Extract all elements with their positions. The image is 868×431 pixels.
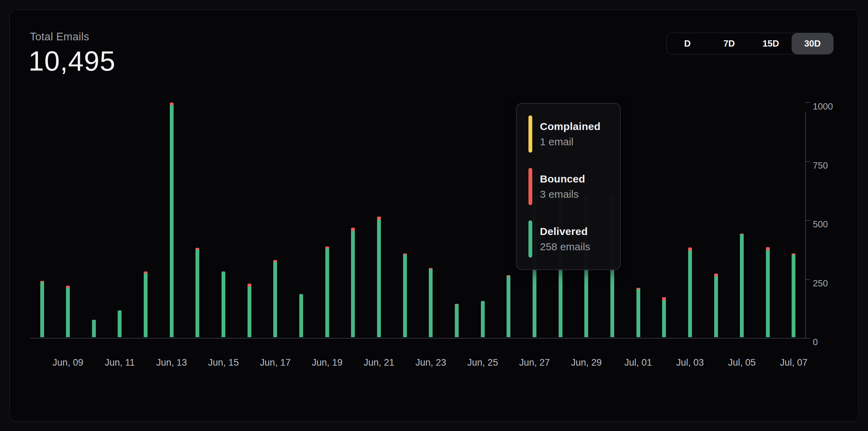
x-tick-label: Jun, 17 [248,357,303,368]
y-tick-label: 500 [813,219,844,230]
bar-segment-bounced [351,228,355,231]
bar-segment-bounced [714,274,718,276]
chart-tooltip: Complained 1 email Bounced 3 emails Deli… [516,103,621,270]
chart-bar[interactable] [351,228,355,337]
x-tick-label: Jun, 11 [92,357,148,368]
bar-segment-bounced [248,284,251,286]
bar-segment-delivered [222,271,225,337]
chart-bar[interactable] [92,320,96,337]
x-axis-line [30,338,806,339]
x-tick-label: Jun, 23 [403,357,459,368]
x-tick-label: Jun, 09 [40,357,96,368]
bar-segment-delivered [429,269,433,337]
y-tick-mark [805,220,810,221]
x-tick-label: Jul, 07 [766,357,821,368]
bar-segment-delivered [248,286,251,337]
bar-segment-delivered [507,276,510,337]
chart-bar[interactable] [273,260,277,337]
y-axis-line [805,112,806,338]
emails-bar-chart: 02505007501000Jun, 09Jun, 11Jun, 13Jun, … [10,10,858,421]
y-tick-mark [805,338,810,339]
tooltip-row-complained: Complained 1 email [528,115,608,153]
tooltip-row-bounced: Bounced 3 emails [528,168,608,205]
y-tick-label: 1000 [813,101,844,112]
bar-segment-bounced [688,247,692,251]
chart-bar[interactable] [248,284,251,337]
chart-bar[interactable] [299,294,303,337]
bar-segment-bounced [662,297,666,300]
x-tick-label: Jul, 01 [610,357,666,368]
chart-bar[interactable] [662,297,666,337]
y-tick-label: 0 [813,337,844,348]
chart-bar[interactable] [714,274,718,337]
chart-bar[interactable] [429,268,433,337]
tooltip-value: 258 emails [540,241,590,253]
analytics-card: Total Emails 10,495 D 7D 15D 30D 0250500… [9,9,859,422]
chart-bar[interactable] [195,248,199,337]
chart-bar[interactable] [688,247,692,337]
bar-segment-delivered [481,301,485,337]
bar-segment-delivered [195,250,199,337]
chart-bar[interactable] [403,253,407,337]
chart-bar[interactable] [740,234,744,337]
chart-bar[interactable] [481,301,485,337]
x-tick-label: Jun, 13 [144,357,199,368]
tooltip-row-delivered: Delivered 258 emails [528,220,608,258]
chart-bar[interactable] [222,271,225,337]
chart-bar[interactable] [144,271,148,337]
bar-segment-delivered [714,276,718,337]
bar-segment-delivered [66,288,70,337]
x-tick-label: Jul, 03 [662,357,718,368]
bar-segment-delivered [170,105,174,338]
bar-segment-bounced [377,217,381,220]
chart-bar[interactable] [118,310,122,337]
bar-segment-delivered [299,294,303,337]
bar-segment-delivered [325,248,329,337]
y-tick-label: 250 [813,278,844,288]
delivered-swatch [528,220,532,258]
bar-segment-delivered [403,255,407,337]
bar-segment-delivered [792,255,795,337]
y-tick-mark [805,102,810,103]
bar-segment-delivered [688,251,692,337]
chart-bar[interactable] [636,288,640,337]
x-tick-label: Jun, 21 [351,357,407,368]
chart-bar[interactable] [507,275,510,337]
x-tick-label: Jun, 27 [507,357,562,368]
chart-bar[interactable] [766,247,770,337]
y-tick-label: 750 [813,160,844,171]
y-tick-mark [805,279,810,280]
tooltip-value: 3 emails [540,188,585,200]
chart-bar[interactable] [325,246,329,337]
bar-segment-delivered [144,273,148,337]
x-tick-label: Jun, 15 [196,357,251,368]
x-tick-label: Jun, 29 [559,357,614,368]
bar-segment-bounced [766,247,770,250]
tooltip-label: Delivered [540,226,590,237]
bar-segment-delivered [662,300,666,337]
complained-swatch [528,115,532,153]
chart-bar[interactable] [455,304,459,337]
tooltip-label: Complained [540,121,601,132]
bounced-swatch [528,168,532,205]
bar-segment-delivered [40,282,44,337]
x-tick-label: Jun, 19 [299,357,355,368]
x-tick-label: Jul, 05 [714,357,770,368]
bar-segment-delivered [273,262,277,337]
x-tick-label: Jun, 25 [455,357,510,368]
chart-bar[interactable] [377,217,381,337]
bar-segment-delivered [740,234,744,337]
tooltip-label: Bounced [540,173,585,185]
bar-segment-delivered [92,320,96,337]
y-tick-mark [805,161,810,162]
tooltip-value: 1 email [540,136,601,148]
bar-segment-delivered [455,304,459,337]
chart-bar[interactable] [170,103,174,337]
chart-bar[interactable] [66,286,70,337]
bar-segment-delivered [118,310,122,337]
bar-segment-delivered [766,250,770,337]
chart-bar[interactable] [792,253,795,337]
bar-segment-delivered [351,231,355,337]
chart-bar[interactable] [40,281,44,337]
bar-segment-delivered [636,289,640,337]
